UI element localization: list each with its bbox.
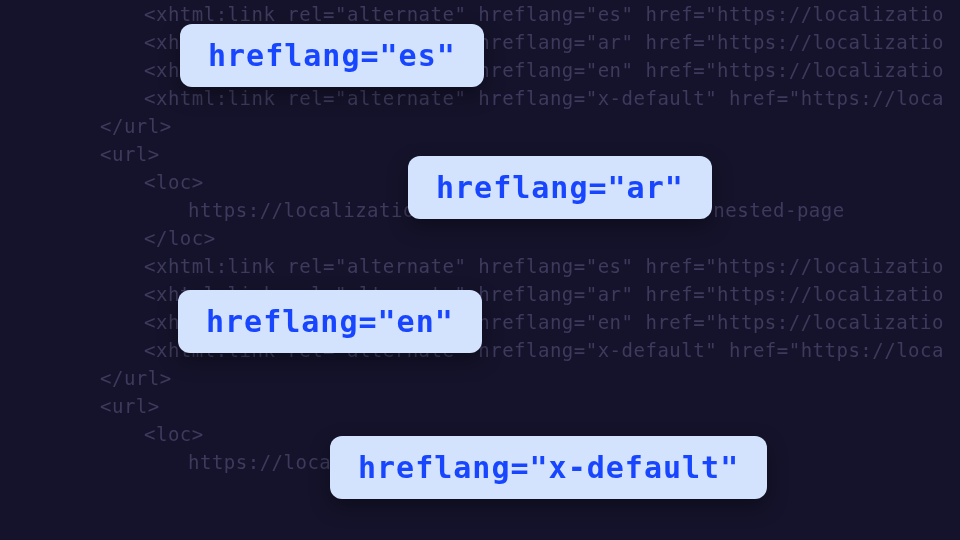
code-line: </url> — [0, 364, 960, 392]
pill-hreflang-xdefault: hreflang="x-default" — [330, 436, 767, 499]
code-line: </url> — [0, 112, 960, 140]
pill-hreflang-ar: hreflang="ar" — [408, 156, 712, 219]
code-line: <xhtml:link rel="alternate" hreflang="x-… — [0, 84, 960, 112]
code-line: </loc> — [0, 224, 960, 252]
code-line: <url> — [0, 392, 960, 420]
pill-hreflang-en: hreflang="en" — [178, 290, 482, 353]
code-line: <xhtml:link rel="alternate" hreflang="es… — [0, 252, 960, 280]
code-line: <xhtml:link rel="alternate" hreflang="es… — [0, 0, 960, 28]
pill-hreflang-es: hreflang="es" — [180, 24, 484, 87]
